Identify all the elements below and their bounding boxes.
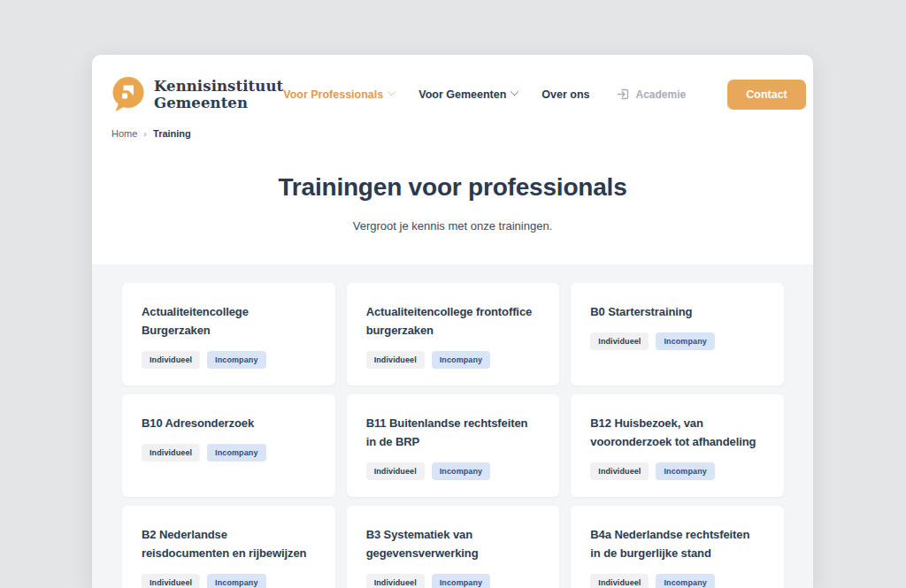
nav-label-over-ons: Over ons	[541, 88, 589, 101]
training-card-title: Actualiteitencollege frontoffice burgerz…	[366, 302, 541, 340]
nav-item-over-ons[interactable]: Over ons	[541, 88, 589, 101]
badge-incompany: Incompany	[656, 332, 714, 350]
nav-label-voor-professionals: Voor Professionals	[283, 88, 383, 101]
training-card-b4a-rechtsfeiten-burgerlijke-stand[interactable]: B4a Nederlandse rechtsfeiten in de burge…	[571, 506, 784, 588]
badge-row: Individueel Incompany	[366, 351, 541, 369]
page-background: Kennisinstituut Gemeenten Voor Professio…	[0, 0, 906, 588]
nav-label-academie: Academie	[636, 88, 687, 101]
hero-section: Trainingen voor professionals Vergroot j…	[92, 173, 813, 233]
badge-incompany: Incompany	[656, 462, 714, 480]
badge-row: Individueel Incompany	[590, 574, 764, 588]
main-navigation: Voor Professionals Voor Gemeenten Over o…	[283, 80, 806, 110]
brand-name: Kennisinstituut Gemeenten	[154, 78, 283, 111]
badge-row: Individueel Incompany	[590, 462, 764, 480]
badge-individueel: Individueel	[142, 574, 200, 588]
training-card-actualiteitencollege-frontoffice[interactable]: Actualiteitencollege frontoffice burgerz…	[347, 283, 560, 386]
badge-row: Individueel Incompany	[366, 574, 541, 588]
page-title: Trainingen voor professionals	[92, 173, 813, 202]
badge-row: Individueel Incompany	[142, 574, 316, 588]
training-card-b10-adresonderzoek[interactable]: B10 Adresonderzoek Individueel Incompany	[122, 394, 335, 497]
training-card-b2-reisdocumenten[interactable]: B2 Nederlandse reisdocumenten en rijbewi…	[122, 506, 335, 588]
breadcrumb-separator: ›	[143, 128, 147, 139]
training-card-title: B3 Systematiek van gegevensverwerking	[366, 525, 541, 562]
training-card-b3-systematiek[interactable]: B3 Systematiek van gegevensverwerking In…	[347, 506, 560, 588]
training-card-title: B2 Nederlandse reisdocumenten en rijbewi…	[142, 525, 316, 562]
badge-incompany: Incompany	[432, 351, 490, 369]
nav-item-voor-gemeenten[interactable]: Voor Gemeenten	[418, 88, 518, 101]
badge-incompany: Incompany	[207, 351, 265, 369]
contact-button[interactable]: Contact	[727, 80, 806, 110]
badge-row: Individueel Incompany	[366, 462, 541, 480]
badge-individueel: Individueel	[366, 574, 425, 588]
brand-logo[interactable]: Kennisinstituut Gemeenten	[110, 75, 283, 113]
training-card-title: Actualiteitencollege Burgerzaken	[142, 302, 316, 340]
training-card-title: B11 Buitenlandse rechtsfeiten in de BRP	[366, 414, 541, 451]
badge-individueel: Individueel	[142, 351, 200, 369]
chevron-down-icon	[511, 88, 519, 96]
trainings-grid: Actualiteitencollege Burgerzaken Individ…	[122, 283, 784, 588]
badge-individueel: Individueel	[366, 351, 425, 369]
badge-row: Individueel Incompany	[590, 332, 764, 350]
badge-row: Individueel Incompany	[142, 444, 316, 462]
badge-individueel: Individueel	[590, 332, 649, 350]
training-card-b11-buitenlandse-rechtsfeiten[interactable]: B11 Buitenlandse rechtsfeiten in de BRP …	[347, 394, 560, 497]
badge-incompany: Incompany	[432, 462, 490, 480]
page-subtitle: Vergroot je kennis met onze trainingen.	[92, 219, 813, 233]
badge-incompany: Incompany	[656, 574, 714, 588]
trainings-section: Actualiteitencollege Burgerzaken Individ…	[92, 264, 813, 588]
nav-label-voor-gemeenten: Voor Gemeenten	[418, 88, 506, 101]
training-card-title: B0 Starterstraining	[590, 302, 764, 321]
badge-individueel: Individueel	[590, 574, 649, 588]
training-card-actualiteitencollege-burgerzaken[interactable]: Actualiteitencollege Burgerzaken Individ…	[122, 283, 335, 386]
brand-name-line2: Gemeenten	[154, 95, 283, 111]
breadcrumb-current: Training	[153, 128, 191, 139]
training-card-b12-huisbezoek[interactable]: B12 Huisbezoek, van vooronderzoek tot af…	[571, 394, 784, 497]
badge-incompany: Incompany	[207, 444, 265, 462]
breadcrumb: Home › Training	[111, 128, 813, 139]
badge-incompany: Incompany	[432, 574, 490, 588]
site-header: Kennisinstituut Gemeenten Voor Professio…	[92, 55, 813, 113]
badge-incompany: Incompany	[207, 574, 265, 588]
nav-item-voor-professionals[interactable]: Voor Professionals	[283, 88, 395, 101]
login-icon	[617, 88, 630, 101]
training-card-b0-starterstraining[interactable]: B0 Starterstraining Individueel Incompan…	[571, 283, 784, 386]
training-card-title: B4a Nederlandse rechtsfeiten in de burge…	[590, 525, 764, 562]
training-card-title: B10 Adresonderzoek	[142, 414, 316, 432]
badge-row: Individueel Incompany	[142, 351, 316, 369]
badge-individueel: Individueel	[366, 462, 425, 480]
main-panel: Kennisinstituut Gemeenten Voor Professio…	[92, 55, 813, 588]
breadcrumb-home-link[interactable]: Home	[111, 128, 137, 139]
badge-individueel: Individueel	[142, 444, 200, 462]
training-card-title: B12 Huisbezoek, van vooronderzoek tot af…	[590, 414, 764, 451]
speech-bubble-arrow-icon	[110, 75, 146, 113]
brand-name-line1: Kennisinstituut	[154, 78, 283, 95]
chevron-down-icon	[388, 88, 396, 96]
badge-individueel: Individueel	[590, 462, 649, 480]
nav-item-academie[interactable]: Academie	[617, 88, 687, 101]
